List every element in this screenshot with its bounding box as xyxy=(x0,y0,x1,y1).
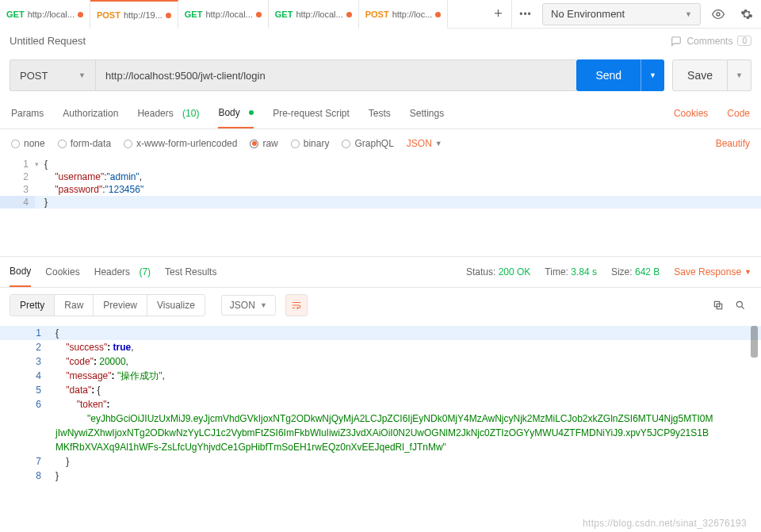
view-raw[interactable]: Raw xyxy=(55,295,94,316)
active-dot-icon xyxy=(249,110,254,115)
body-binary-radio[interactable]: binary xyxy=(291,138,330,149)
watermark: https://blog.csdn.net/sinat_32676193 xyxy=(583,518,747,529)
top-bar: GEThttp://local...POSThttp://19...GEThtt… xyxy=(0,0,761,29)
search-icon[interactable] xyxy=(729,294,751,316)
environment-label: No Environment xyxy=(551,8,625,20)
request-tab[interactable]: POSThttp://19... xyxy=(90,0,178,29)
send-button[interactable]: Send xyxy=(576,59,641,91)
url-bar: POST ▼ Send ▼ Save ▼ xyxy=(0,53,761,98)
request-section-tabs: Params Authorization Headers (10) Body P… xyxy=(0,98,761,129)
code-line[interactable]: 4} xyxy=(0,196,761,209)
request-title-row: Untitled Request Comments 0 xyxy=(0,29,761,53)
tab-authorization[interactable]: Authorization xyxy=(63,98,118,128)
response-line[interactable]: 5 "data": { xyxy=(0,383,761,397)
code-line[interactable]: 2 "username":"admin", xyxy=(0,170,761,183)
response-line[interactable]: 2 "success": true, xyxy=(0,340,761,354)
code-link[interactable]: Code xyxy=(727,108,750,119)
tab-prerequest[interactable]: Pre-request Script xyxy=(273,98,350,128)
body-formdata-radio[interactable]: form-data xyxy=(58,138,111,149)
request-tab[interactable]: GEThttp://local... xyxy=(269,0,359,29)
save-button[interactable]: Save xyxy=(672,59,728,91)
code-line[interactable]: 3 "password":"123456" xyxy=(0,183,761,196)
response-body-editor[interactable]: 1{2 "success": true,3 "code": 20000,4 "m… xyxy=(0,323,761,486)
environment-select[interactable]: No Environment ▼ xyxy=(542,3,701,25)
svg-point-0 xyxy=(717,13,720,16)
response-tab-cookies[interactable]: Cookies xyxy=(45,257,79,287)
save-response-button[interactable]: Save Response▼ xyxy=(674,266,751,277)
status-label: Status: 200 OK xyxy=(466,266,530,277)
tab-headers[interactable]: Headers (10) xyxy=(137,98,199,128)
view-pretty[interactable]: Pretty xyxy=(10,295,55,316)
view-preview[interactable]: Preview xyxy=(94,295,147,316)
request-tab[interactable]: POSThttp://loc... xyxy=(359,0,449,29)
response-tab-body[interactable]: Body xyxy=(10,257,31,287)
method-select[interactable]: POST ▼ xyxy=(10,59,95,91)
scrollbar-handle[interactable] xyxy=(751,326,758,358)
save-dropdown[interactable]: ▼ xyxy=(728,59,751,91)
response-line[interactable]: 3 "code": 20000, xyxy=(0,354,761,369)
body-none-radio[interactable]: none xyxy=(11,138,45,149)
wrap-lines-icon[interactable] xyxy=(285,294,308,316)
response-view-controls: Pretty Raw Preview Visualize JSON▼ xyxy=(0,288,761,323)
body-type-row: none form-data x-www-form-urlencoded raw… xyxy=(0,129,761,158)
content-type-select[interactable]: JSON▼ xyxy=(407,138,442,149)
tab-params[interactable]: Params xyxy=(11,98,44,128)
response-line[interactable]: 4 "message": "操作成功", xyxy=(0,369,761,383)
request-tab[interactable]: GEThttp://local... xyxy=(178,0,269,29)
response-tab-testresults[interactable]: Test Results xyxy=(165,257,216,287)
request-tabs: GEThttp://local...POSThttp://19...GEThtt… xyxy=(0,0,485,28)
size-label: Size: 642 B xyxy=(611,266,660,277)
send-dropdown[interactable]: ▼ xyxy=(641,59,664,91)
beautify-link[interactable]: Beautify xyxy=(716,138,750,149)
comment-icon xyxy=(671,36,682,47)
tab-overflow-button[interactable]: ••• xyxy=(512,0,539,28)
cookies-link[interactable]: Cookies xyxy=(674,108,708,119)
request-title: Untitled Request xyxy=(10,35,86,47)
view-visualize[interactable]: Visualize xyxy=(147,295,205,316)
tab-settings[interactable]: Settings xyxy=(410,98,444,128)
response-line[interactable]: 6 "token": "eyJhbGciOiJIUzUxMiJ9.eyJjcmV… xyxy=(0,397,761,454)
time-label: Time: 3.84 s xyxy=(545,266,597,277)
new-tab-button[interactable]: + xyxy=(485,0,512,28)
gear-icon[interactable] xyxy=(736,3,758,25)
tab-body[interactable]: Body xyxy=(218,98,254,128)
body-xform-radio[interactable]: x-www-form-urlencoded xyxy=(124,138,237,149)
code-line[interactable]: 1▾{ xyxy=(0,158,761,170)
eye-icon[interactable] xyxy=(707,3,729,25)
response-tab-headers[interactable]: Headers (7) xyxy=(94,257,151,287)
response-line[interactable]: 7 } xyxy=(0,454,761,469)
chevron-down-icon: ▼ xyxy=(685,10,692,18)
request-tab[interactable]: GEThttp://local... xyxy=(0,0,90,29)
response-tabs: Body Cookies Headers (7) Test Results St… xyxy=(0,256,761,288)
tab-tests[interactable]: Tests xyxy=(369,98,391,128)
chevron-down-icon: ▼ xyxy=(78,71,86,79)
body-raw-radio[interactable]: raw xyxy=(250,138,277,149)
response-format-select[interactable]: JSON▼ xyxy=(221,295,276,316)
response-line[interactable]: 8} xyxy=(0,469,761,483)
comments-button[interactable]: Comments 0 xyxy=(671,36,751,47)
response-line[interactable]: 1{ xyxy=(0,326,761,340)
body-graphql-radio[interactable]: GraphQL xyxy=(342,138,393,149)
request-body-editor[interactable]: 1▾{2 "username":"admin",3 "password":"12… xyxy=(0,158,761,209)
copy-icon[interactable] xyxy=(707,294,729,316)
svg-point-3 xyxy=(736,301,742,307)
url-input[interactable] xyxy=(95,59,576,91)
